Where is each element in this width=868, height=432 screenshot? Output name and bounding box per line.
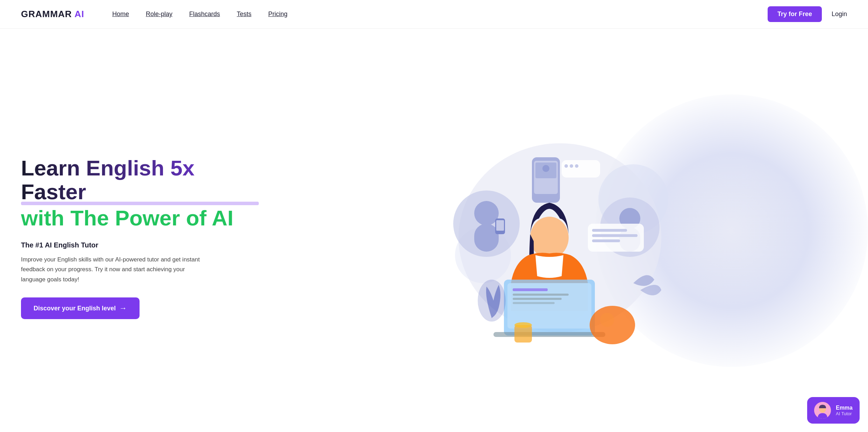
svg-rect-30 <box>513 298 562 300</box>
chat-info: Emma AI Tutor <box>836 405 853 416</box>
svg-point-33 <box>590 306 635 344</box>
hero-section: Learn English 5x Faster with The Power o… <box>0 29 868 432</box>
nav-tests[interactable]: Tests <box>237 10 251 18</box>
chat-widget[interactable]: Emma AI Tutor <box>807 397 860 424</box>
try-free-button[interactable]: Try for Free <box>768 6 822 22</box>
chat-role: AI Tutor <box>836 411 853 416</box>
svg-point-18 <box>575 164 578 168</box>
hero-illustration <box>259 129 847 346</box>
svg-rect-19 <box>588 224 644 252</box>
svg-rect-21 <box>592 234 638 237</box>
svg-point-24 <box>530 217 569 259</box>
svg-rect-22 <box>592 239 620 242</box>
svg-rect-29 <box>513 294 569 296</box>
svg-point-34 <box>600 313 614 327</box>
logo: GRAMMAR AI <box>21 9 84 20</box>
svg-rect-28 <box>513 288 548 291</box>
main-nav: Home Role-play Flashcards Tests Pricing <box>112 10 287 18</box>
svg-rect-5 <box>474 224 499 252</box>
svg-point-36 <box>514 322 532 328</box>
header-actions: Try for Free Login <box>768 6 847 22</box>
nav-home[interactable]: Home <box>112 10 129 18</box>
svg-point-16 <box>564 164 568 168</box>
hero-subtitle: The #1 AI English Tutor <box>21 241 259 249</box>
chat-avatar <box>814 402 831 419</box>
hero-description: Improve your English skills with our AI-… <box>21 255 210 285</box>
svg-rect-7 <box>496 220 504 231</box>
hero-title-line1: Learn English 5x Faster <box>21 156 259 204</box>
svg-rect-27 <box>493 332 605 337</box>
avatar-icon <box>814 402 831 419</box>
arrow-icon: → <box>119 304 127 313</box>
hero-title-line2: with The Power of AI <box>21 205 259 231</box>
svg-point-14 <box>542 165 549 172</box>
site-header: GRAMMAR AI Home Role-play Flashcards Tes… <box>0 0 868 29</box>
svg-rect-31 <box>513 302 555 304</box>
svg-point-4 <box>474 201 499 225</box>
svg-rect-20 <box>592 229 627 232</box>
chat-name: Emma <box>836 405 853 411</box>
nav-flashcards[interactable]: Flashcards <box>189 10 220 18</box>
discover-button[interactable]: Discover your English level → <box>21 297 140 319</box>
login-link[interactable]: Login <box>832 10 847 18</box>
discover-button-label: Discover your English level <box>34 305 116 312</box>
svg-rect-15 <box>562 160 600 178</box>
hero-content: Learn English 5x Faster with The Power o… <box>21 156 259 319</box>
nav-pricing[interactable]: Pricing <box>268 10 287 18</box>
svg-point-17 <box>570 164 573 168</box>
hero-svg-illustration <box>431 129 675 346</box>
nav-roleplay[interactable]: Role-play <box>146 10 172 18</box>
